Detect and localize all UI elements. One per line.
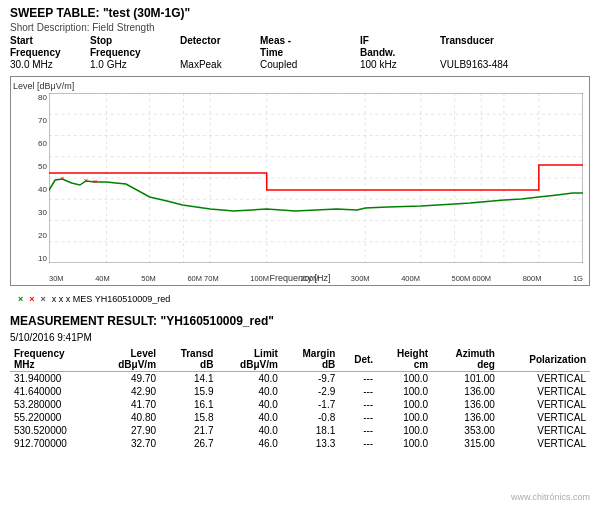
sweep-values: 30.0 MHz 1.0 GHz MaxPeak Coupled 100 kHz… bbox=[10, 59, 590, 70]
chart-plot-area: × × × × bbox=[49, 93, 583, 263]
table-cell: 136.00 bbox=[432, 385, 499, 398]
chart-container: Level [dBμV/m] 80 70 60 50 40 30 20 10 bbox=[10, 76, 590, 286]
table-cell: 15.8 bbox=[160, 411, 217, 424]
col1-header: Start bbox=[10, 35, 90, 46]
table-row: 31.94000049.7014.140.0-9.7---100.0101.00… bbox=[10, 372, 590, 386]
subcol3 bbox=[180, 47, 260, 58]
sweep-description: Short Description: Field Strength bbox=[10, 22, 590, 33]
subcol2: Frequency bbox=[90, 47, 180, 58]
table-cell: 100.0 bbox=[377, 437, 432, 450]
header-row-1: FrequencyMHz LeveldBμV/m TransddB Limitd… bbox=[10, 347, 590, 372]
table-cell: 136.00 bbox=[432, 411, 499, 424]
table-row: 55.22000040.8015.840.0-0.8---100.0136.00… bbox=[10, 411, 590, 424]
table-cell: 46.0 bbox=[217, 437, 281, 450]
col5-header: IF bbox=[360, 35, 440, 46]
table-cell: 100.0 bbox=[377, 372, 432, 386]
table-cell: 21.7 bbox=[160, 424, 217, 437]
subcol4: Time bbox=[260, 47, 360, 58]
th-level-unit: dBμV/m bbox=[118, 359, 156, 370]
measurement-date: 5/10/2016 9:41PM bbox=[10, 332, 590, 343]
th-margin: MargindB bbox=[282, 347, 339, 372]
table-cell: 32.70 bbox=[96, 437, 160, 450]
table-cell: 27.90 bbox=[96, 424, 160, 437]
val5: 100 kHz bbox=[360, 59, 440, 70]
th-limit: LimitdBμV/m bbox=[217, 347, 281, 372]
table-cell: --- bbox=[339, 411, 377, 424]
table-row: 912.70000032.7026.746.013.3---100.0315.0… bbox=[10, 437, 590, 450]
th-transd: TransddB bbox=[160, 347, 217, 372]
val4: Coupled bbox=[260, 59, 360, 70]
sweep-header: SWEEP TABLE: "test (30M-1G)" Short Descr… bbox=[10, 6, 590, 70]
table-cell: 40.0 bbox=[217, 398, 281, 411]
table-cell: 530.520000 bbox=[10, 424, 96, 437]
x-axis-title: Frequency [Hz] bbox=[269, 273, 330, 283]
table-cell: 40.0 bbox=[217, 372, 281, 386]
subcol5: Bandw. bbox=[360, 47, 440, 58]
table-cell: 40.0 bbox=[217, 424, 281, 437]
table-cell: 353.00 bbox=[432, 424, 499, 437]
table-cell: -0.8 bbox=[282, 411, 339, 424]
table-cell: 100.0 bbox=[377, 424, 432, 437]
th-polarization: Polarization bbox=[499, 347, 590, 372]
val1: 30.0 MHz bbox=[10, 59, 90, 70]
measurement-title: MEASUREMENT RESULT: "YH160510009_red" bbox=[10, 314, 590, 328]
measurement-table-header: FrequencyMHz LeveldBμV/m TransddB Limitd… bbox=[10, 347, 590, 372]
table-cell: VERTICAL bbox=[499, 372, 590, 386]
th-azimuth-unit: deg bbox=[477, 359, 495, 370]
table-cell: 40.0 bbox=[217, 411, 281, 424]
table-cell: VERTICAL bbox=[499, 398, 590, 411]
table-cell: 40.0 bbox=[217, 385, 281, 398]
legend-text: x x x MES YH160510009_red bbox=[52, 294, 170, 304]
chart-legend: × × × x x x MES YH160510009_red bbox=[10, 292, 590, 306]
table-cell: 55.220000 bbox=[10, 411, 96, 424]
table-cell: 18.1 bbox=[282, 424, 339, 437]
table-cell: 40.80 bbox=[96, 411, 160, 424]
col4-header: Meas - bbox=[260, 35, 360, 46]
table-cell: 53.280000 bbox=[10, 398, 96, 411]
th-transd-unit: dB bbox=[200, 359, 213, 370]
table-cell: -1.7 bbox=[282, 398, 339, 411]
col3-header: Detector bbox=[180, 35, 260, 46]
sweep-columns: Start Stop Detector Meas - IF Transducer bbox=[10, 35, 590, 46]
table-cell: VERTICAL bbox=[499, 424, 590, 437]
table-cell: 42.90 bbox=[96, 385, 160, 398]
val3: MaxPeak bbox=[180, 59, 260, 70]
table-cell: 912.700000 bbox=[10, 437, 96, 450]
marker-x2: × bbox=[60, 174, 65, 183]
table-cell: --- bbox=[339, 385, 377, 398]
watermark: www.chitrónics.com bbox=[511, 492, 590, 502]
table-cell: 26.7 bbox=[160, 437, 217, 450]
th-level: LeveldBμV/m bbox=[96, 347, 160, 372]
table-cell: 31.940000 bbox=[10, 372, 96, 386]
y-axis-labels: 80 70 60 50 40 30 20 10 bbox=[13, 93, 47, 263]
table-row: 41.64000042.9015.940.0-2.9---100.0136.00… bbox=[10, 385, 590, 398]
col6-header: Transducer bbox=[440, 35, 560, 46]
table-cell: VERTICAL bbox=[499, 437, 590, 450]
val2: 1.0 GHz bbox=[90, 59, 180, 70]
table-cell: VERTICAL bbox=[499, 411, 590, 424]
th-margin-unit: dB bbox=[322, 359, 335, 370]
table-cell: 136.00 bbox=[432, 398, 499, 411]
table-cell: --- bbox=[339, 372, 377, 386]
chart-y-label: Level [dBμV/m] bbox=[13, 81, 74, 91]
th-height: Heightcm bbox=[377, 347, 432, 372]
table-cell: 15.9 bbox=[160, 385, 217, 398]
marker-x1: × bbox=[49, 185, 52, 194]
col2-header: Stop bbox=[90, 35, 180, 46]
table-cell: 16.1 bbox=[160, 398, 217, 411]
page-container: SWEEP TABLE: "test (30M-1G)" Short Descr… bbox=[0, 0, 600, 456]
th-freq: FrequencyMHz bbox=[10, 347, 96, 372]
marker-x4: × bbox=[93, 177, 98, 186]
table-cell: 49.70 bbox=[96, 372, 160, 386]
th-det: Det. bbox=[339, 347, 377, 372]
table-cell: -9.7 bbox=[282, 372, 339, 386]
table-cell: 100.0 bbox=[377, 411, 432, 424]
table-cell: 101.00 bbox=[432, 372, 499, 386]
th-height-unit: cm bbox=[414, 359, 428, 370]
subcol1: Frequency bbox=[10, 47, 90, 58]
table-row: 530.52000027.9021.740.018.1---100.0353.0… bbox=[10, 424, 590, 437]
subcol6 bbox=[440, 47, 560, 58]
table-cell: --- bbox=[339, 437, 377, 450]
table-cell: 41.70 bbox=[96, 398, 160, 411]
table-cell: 41.640000 bbox=[10, 385, 96, 398]
